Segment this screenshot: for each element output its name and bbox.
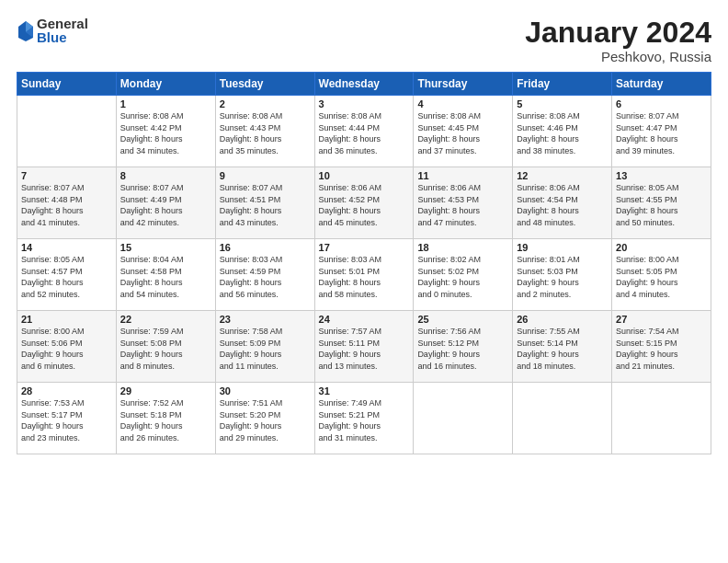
logo-text: General Blue <box>37 17 88 44</box>
day-info: Sunrise: 7:56 AM Sunset: 5:12 PM Dayligh… <box>417 327 481 371</box>
day-info: Sunrise: 8:08 AM Sunset: 4:44 PM Dayligh… <box>319 111 382 155</box>
day-number: 6 <box>616 98 707 109</box>
day-cell: 3Sunrise: 8:08 AM Sunset: 4:44 PM Daylig… <box>314 96 414 167</box>
day-cell: 8Sunrise: 8:07 AM Sunset: 4:49 PM Daylig… <box>116 167 215 239</box>
day-number: 21 <box>21 314 112 325</box>
logo-blue: Blue <box>37 30 88 44</box>
header: General Blue January 2024 Peshkovo, Russ… <box>17 17 711 64</box>
day-info: Sunrise: 8:03 AM Sunset: 4:59 PM Dayligh… <box>220 255 283 299</box>
day-number: 7 <box>21 170 112 181</box>
day-info: Sunrise: 8:06 AM Sunset: 4:52 PM Dayligh… <box>319 183 382 227</box>
day-info: Sunrise: 7:59 AM Sunset: 5:08 PM Dayligh… <box>120 327 184 371</box>
day-number: 29 <box>120 385 211 396</box>
day-info: Sunrise: 7:58 AM Sunset: 5:09 PM Dayligh… <box>220 327 283 371</box>
day-number: 5 <box>517 98 608 109</box>
day-cell: 22Sunrise: 7:59 AM Sunset: 5:08 PM Dayli… <box>116 311 215 383</box>
day-cell: 29Sunrise: 7:52 AM Sunset: 5:18 PM Dayli… <box>116 383 215 454</box>
day-info: Sunrise: 7:52 AM Sunset: 5:18 PM Dayligh… <box>120 398 184 442</box>
column-header-sunday: Sunday <box>17 73 117 96</box>
day-cell: 6Sunrise: 8:07 AM Sunset: 4:47 PM Daylig… <box>612 96 711 167</box>
day-number: 28 <box>21 385 112 396</box>
calendar-table: SundayMondayTuesdayWednesdayThursdayFrid… <box>17 72 711 454</box>
day-cell: 12Sunrise: 8:06 AM Sunset: 4:54 PM Dayli… <box>513 167 612 239</box>
location: Peshkovo, Russia <box>525 49 711 64</box>
page: General Blue January 2024 Peshkovo, Russ… <box>0 0 728 563</box>
week-row-5: 28Sunrise: 7:53 AM Sunset: 5:17 PM Dayli… <box>17 383 711 454</box>
day-info: Sunrise: 7:57 AM Sunset: 5:11 PM Dayligh… <box>319 327 382 371</box>
day-info: Sunrise: 8:08 AM Sunset: 4:45 PM Dayligh… <box>417 111 481 155</box>
day-cell: 18Sunrise: 8:02 AM Sunset: 5:02 PM Dayli… <box>414 239 513 311</box>
day-number: 19 <box>517 242 608 253</box>
day-info: Sunrise: 8:05 AM Sunset: 4:55 PM Dayligh… <box>616 183 679 227</box>
week-row-1: 1Sunrise: 8:08 AM Sunset: 4:42 PM Daylig… <box>17 96 711 167</box>
day-info: Sunrise: 8:08 AM Sunset: 4:43 PM Dayligh… <box>220 111 283 155</box>
day-cell: 1Sunrise: 8:08 AM Sunset: 4:42 PM Daylig… <box>116 96 215 167</box>
day-cell: 25Sunrise: 7:56 AM Sunset: 5:12 PM Dayli… <box>414 311 513 383</box>
day-number: 3 <box>319 98 410 109</box>
day-number: 22 <box>120 314 211 325</box>
day-info: Sunrise: 8:00 AM Sunset: 5:06 PM Dayligh… <box>21 327 85 371</box>
day-number: 31 <box>319 385 410 396</box>
day-cell <box>513 383 612 454</box>
day-info: Sunrise: 8:08 AM Sunset: 4:46 PM Dayligh… <box>517 111 580 155</box>
day-info: Sunrise: 8:01 AM Sunset: 5:03 PM Dayligh… <box>517 255 580 299</box>
day-info: Sunrise: 7:54 AM Sunset: 5:15 PM Dayligh… <box>616 327 679 371</box>
day-number: 10 <box>319 170 410 181</box>
day-info: Sunrise: 8:07 AM Sunset: 4:51 PM Dayligh… <box>220 183 283 227</box>
day-info: Sunrise: 8:07 AM Sunset: 4:49 PM Dayligh… <box>120 183 184 227</box>
day-number: 17 <box>319 242 410 253</box>
column-header-wednesday: Wednesday <box>314 73 414 96</box>
logo: General Blue <box>17 17 88 44</box>
day-number: 15 <box>120 242 211 253</box>
day-cell: 30Sunrise: 7:51 AM Sunset: 5:20 PM Dayli… <box>215 383 314 454</box>
day-cell: 26Sunrise: 7:55 AM Sunset: 5:14 PM Dayli… <box>513 311 612 383</box>
day-number: 27 <box>616 314 707 325</box>
day-cell: 4Sunrise: 8:08 AM Sunset: 4:45 PM Daylig… <box>414 96 513 167</box>
column-header-monday: Monday <box>116 73 215 96</box>
day-number: 24 <box>319 314 410 325</box>
day-info: Sunrise: 7:53 AM Sunset: 5:17 PM Dayligh… <box>21 398 85 442</box>
day-number: 4 <box>417 98 508 109</box>
day-number: 13 <box>616 170 707 181</box>
day-info: Sunrise: 8:07 AM Sunset: 4:48 PM Dayligh… <box>21 183 85 227</box>
day-cell: 13Sunrise: 8:05 AM Sunset: 4:55 PM Dayli… <box>612 167 711 239</box>
day-cell: 19Sunrise: 8:01 AM Sunset: 5:03 PM Dayli… <box>513 239 612 311</box>
day-cell <box>17 96 117 167</box>
logo-general: General <box>37 17 88 30</box>
day-cell: 28Sunrise: 7:53 AM Sunset: 5:17 PM Dayli… <box>17 383 117 454</box>
day-cell <box>414 383 513 454</box>
day-number: 14 <box>21 242 112 253</box>
day-cell: 2Sunrise: 8:08 AM Sunset: 4:43 PM Daylig… <box>215 96 314 167</box>
week-row-4: 21Sunrise: 8:00 AM Sunset: 5:06 PM Dayli… <box>17 311 711 383</box>
day-number: 26 <box>517 314 608 325</box>
day-info: Sunrise: 8:02 AM Sunset: 5:02 PM Dayligh… <box>417 255 481 299</box>
title-block: January 2024 Peshkovo, Russia <box>525 17 711 64</box>
day-info: Sunrise: 8:05 AM Sunset: 4:57 PM Dayligh… <box>21 255 85 299</box>
day-number: 1 <box>120 98 211 109</box>
day-cell: 24Sunrise: 7:57 AM Sunset: 5:11 PM Dayli… <box>314 311 414 383</box>
day-number: 18 <box>417 242 508 253</box>
day-info: Sunrise: 8:07 AM Sunset: 4:47 PM Dayligh… <box>616 111 679 155</box>
day-info: Sunrise: 8:08 AM Sunset: 4:42 PM Dayligh… <box>120 111 184 155</box>
day-cell: 31Sunrise: 7:49 AM Sunset: 5:21 PM Dayli… <box>314 383 414 454</box>
column-header-tuesday: Tuesday <box>215 73 314 96</box>
column-header-thursday: Thursday <box>414 73 513 96</box>
day-number: 11 <box>417 170 508 181</box>
day-cell: 16Sunrise: 8:03 AM Sunset: 4:59 PM Dayli… <box>215 239 314 311</box>
day-info: Sunrise: 8:03 AM Sunset: 5:01 PM Dayligh… <box>319 255 382 299</box>
day-cell: 20Sunrise: 8:00 AM Sunset: 5:05 PM Dayli… <box>612 239 711 311</box>
day-cell: 15Sunrise: 8:04 AM Sunset: 4:58 PM Dayli… <box>116 239 215 311</box>
day-info: Sunrise: 7:49 AM Sunset: 5:21 PM Dayligh… <box>319 398 382 442</box>
day-info: Sunrise: 7:51 AM Sunset: 5:20 PM Dayligh… <box>220 398 283 442</box>
day-info: Sunrise: 8:00 AM Sunset: 5:05 PM Dayligh… <box>616 255 679 299</box>
header-row: SundayMondayTuesdayWednesdayThursdayFrid… <box>17 73 711 96</box>
day-number: 25 <box>417 314 508 325</box>
day-cell: 21Sunrise: 8:00 AM Sunset: 5:06 PM Dayli… <box>17 311 117 383</box>
day-number: 9 <box>220 170 311 181</box>
day-number: 8 <box>120 170 211 181</box>
day-number: 20 <box>616 242 707 253</box>
day-cell: 27Sunrise: 7:54 AM Sunset: 5:15 PM Dayli… <box>612 311 711 383</box>
day-number: 30 <box>220 385 311 396</box>
week-row-2: 7Sunrise: 8:07 AM Sunset: 4:48 PM Daylig… <box>17 167 711 239</box>
day-info: Sunrise: 8:04 AM Sunset: 4:58 PM Dayligh… <box>120 255 184 299</box>
